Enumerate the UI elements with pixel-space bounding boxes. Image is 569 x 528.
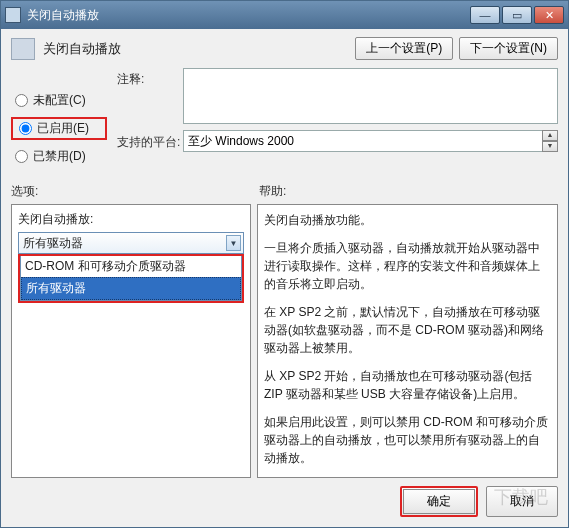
platform-label: 支持的平台: (117, 131, 183, 151)
policy-icon (11, 38, 35, 60)
radio-enabled[interactable]: 已启用(E) (15, 120, 103, 137)
previous-setting-button[interactable]: 上一个设置(P) (355, 37, 453, 60)
next-setting-button[interactable]: 下一个设置(N) (459, 37, 558, 60)
help-panel[interactable]: 关闭自动播放功能。 一旦将介质插入驱动器，自动播放就开始从驱动器中进行读取操作。… (257, 204, 558, 478)
help-label: 帮助: (259, 183, 286, 200)
highlight-enabled: 已启用(E) (11, 117, 107, 140)
comment-label: 注释: (117, 68, 183, 88)
help-paragraph: 从 XP SP2 开始，自动播放也在可移动驱动器(包括 ZIP 驱动器和某些 U… (264, 367, 551, 403)
comment-textarea[interactable] (183, 68, 558, 124)
platform-spin-down[interactable]: ▼ (542, 141, 558, 152)
window-title: 关闭自动播放 (27, 7, 99, 24)
radio-disabled-label: 已禁用(D) (33, 148, 86, 165)
highlight-ok: 确定 (400, 486, 478, 517)
radio-enabled-input[interactable] (19, 122, 32, 135)
drives-combobox[interactable]: 所有驱动器 ▼ (18, 232, 244, 254)
app-icon (5, 7, 21, 23)
ok-button[interactable]: 确定 (403, 489, 475, 514)
highlight-dropdown: CD-ROM 和可移动介质驱动器 所有驱动器 (18, 254, 244, 303)
radio-not-configured-input[interactable] (15, 94, 28, 107)
minimize-button[interactable]: — (470, 6, 500, 24)
dialog-window: 关闭自动播放 — ▭ ✕ 关闭自动播放 上一个设置(P) 下一个设置(N) 未配… (0, 0, 569, 528)
platform-spin-up[interactable]: ▲ (542, 130, 558, 141)
drives-combo-value: 所有驱动器 (23, 235, 83, 252)
radio-not-configured-label: 未配置(C) (33, 92, 86, 109)
help-paragraph: 关闭自动播放功能。 (264, 211, 551, 229)
help-paragraph: 如果启用此设置，则可以禁用 CD-ROM 和可移动介质驱动器上的自动播放，也可以… (264, 413, 551, 467)
dropdown-item-all-drives[interactable]: 所有驱动器 (21, 277, 241, 300)
drives-dropdown: CD-ROM 和可移动介质驱动器 所有驱动器 (20, 256, 242, 301)
help-paragraph: 一旦将介质插入驱动器，自动播放就开始从驱动器中进行读取操作。这样，程序的安装文件… (264, 239, 551, 293)
autoplay-group-label: 关闭自动播放: (18, 211, 244, 228)
platform-input[interactable] (183, 130, 543, 152)
options-label: 选项: (11, 183, 259, 200)
cancel-button[interactable]: 取消 (486, 486, 558, 517)
radio-disabled[interactable]: 已禁用(D) (11, 148, 107, 165)
chevron-down-icon[interactable]: ▼ (226, 235, 241, 251)
titlebar[interactable]: 关闭自动播放 — ▭ ✕ (1, 1, 568, 29)
maximize-button[interactable]: ▭ (502, 6, 532, 24)
radio-disabled-input[interactable] (15, 150, 28, 163)
dropdown-item-cdrom[interactable]: CD-ROM 和可移动介质驱动器 (21, 256, 241, 277)
help-paragraph: 在 XP SP2 之前，默认情况下，自动播放在可移动驱动器(如软盘驱动器，而不是… (264, 303, 551, 357)
radio-enabled-label: 已启用(E) (37, 120, 89, 137)
radio-not-configured[interactable]: 未配置(C) (11, 92, 107, 109)
page-title: 关闭自动播放 (43, 40, 349, 58)
options-panel: 关闭自动播放: 所有驱动器 ▼ CD-ROM 和可移动介质驱动器 所有驱动器 (11, 204, 251, 478)
close-button[interactable]: ✕ (534, 6, 564, 24)
